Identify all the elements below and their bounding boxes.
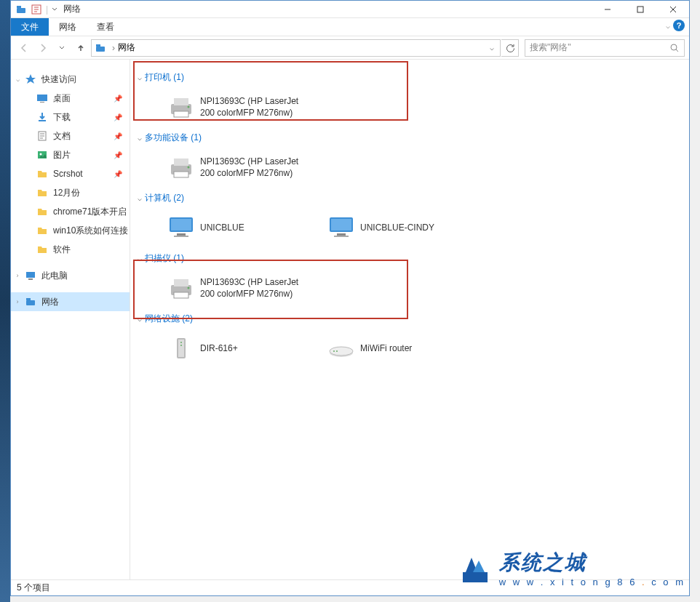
device-line2: 200 colorMFP M276nw) xyxy=(200,107,298,119)
nav-label: 图片 xyxy=(53,149,71,161)
group-infrastructure[interactable]: ⌵ 网络设施 (2) xyxy=(138,313,685,325)
app-icon xyxy=(15,4,27,15)
quick-access-icon xyxy=(24,73,37,85)
back-button[interactable] xyxy=(15,39,33,57)
computer-icon xyxy=(324,210,359,245)
device-line1: UNICBLUE xyxy=(200,222,244,233)
minimize-button[interactable] xyxy=(591,1,624,18)
chevron-down-icon: ⌵ xyxy=(138,73,142,81)
nav-label: 12月份 xyxy=(53,187,80,199)
device-computer[interactable]: UNICBLUE-CINDY xyxy=(321,207,481,248)
tab-view[interactable]: 查看 xyxy=(87,18,124,36)
printer-icon xyxy=(164,89,199,124)
nav-label: 下载 xyxy=(53,111,71,124)
svg-rect-27 xyxy=(177,233,186,236)
svg-rect-31 xyxy=(337,233,346,236)
svg-rect-4 xyxy=(96,47,105,52)
router-icon xyxy=(164,331,199,366)
svg-point-43 xyxy=(333,350,335,352)
folder-icon xyxy=(36,225,49,236)
properties-icon[interactable] xyxy=(31,4,42,15)
address-bar[interactable]: › 网络 ⌵ xyxy=(91,39,501,57)
device-scanner[interactable]: NPI13693C (HP LaserJet 200 colorMFP M276… xyxy=(161,268,350,308)
printer-icon xyxy=(164,270,199,305)
nav-this-pc[interactable]: › 此电脑 xyxy=(11,266,130,285)
nav-win10[interactable]: win10系统如何连接 xyxy=(11,221,130,240)
svg-rect-8 xyxy=(40,102,44,103)
device-computer[interactable]: UNICBLUE xyxy=(161,207,321,248)
qat-dropdown-icon[interactable] xyxy=(52,4,57,15)
address-dropdown-icon[interactable]: ⌵ xyxy=(487,44,497,52)
forward-button[interactable] xyxy=(34,39,52,57)
nav-network[interactable]: › 网络 xyxy=(11,292,130,311)
folder-icon xyxy=(36,244,49,255)
device-line2: 200 colorMFP M276nw) xyxy=(200,167,298,179)
svg-rect-32 xyxy=(334,236,349,237)
svg-rect-1 xyxy=(17,6,21,8)
refresh-button[interactable] xyxy=(501,39,519,57)
ribbon-collapse-icon[interactable]: ⌵ xyxy=(666,22,670,30)
device-printer[interactable]: NPI13693C (HP LaserJet 200 colorMFP M276… xyxy=(161,87,350,127)
device-line1: DIR-616+ xyxy=(200,342,238,354)
svg-rect-19 xyxy=(174,111,188,117)
svg-rect-7 xyxy=(37,95,47,101)
titlebar: | 网络 xyxy=(11,1,689,18)
help-icon[interactable]: ? xyxy=(673,20,685,31)
group-multifunction[interactable]: ⌵ 多功能设备 (1) xyxy=(138,132,685,144)
breadcrumb-root[interactable]: 网络 xyxy=(118,41,135,54)
group-scanners[interactable]: ⌵ 扫描仪 (1) xyxy=(138,252,685,265)
pin-icon: 📌 xyxy=(114,132,122,140)
nav-pictures[interactable]: 图片 📌 xyxy=(11,145,130,164)
device-line1: NPI13693C (HP LaserJet xyxy=(200,156,298,167)
svg-rect-0 xyxy=(17,8,25,13)
chevron-right-icon[interactable]: › xyxy=(14,298,21,305)
tab-network[interactable]: 网络 xyxy=(49,18,87,36)
device-line1: UNICBLUE-CINDY xyxy=(360,222,434,233)
network-icon xyxy=(95,42,106,54)
device-router[interactable]: MiWiFi router xyxy=(321,328,481,369)
nav-quick-access[interactable]: ⌵ 快速访问 xyxy=(11,70,130,89)
device-line1: NPI13693C (HP LaserJet xyxy=(200,95,298,107)
svg-point-40 xyxy=(180,345,182,346)
svg-rect-15 xyxy=(26,300,35,305)
maximize-button[interactable] xyxy=(624,1,656,18)
group-printers[interactable]: ⌵ 打印机 (1) xyxy=(138,71,685,84)
group-title: 打印机 (1) xyxy=(145,71,184,84)
router-icon xyxy=(324,331,359,366)
svg-rect-35 xyxy=(174,292,188,298)
nav-chrome71[interactable]: chrome71版本开启 xyxy=(11,202,130,221)
nav-downloads[interactable]: 下载 📌 xyxy=(11,108,130,127)
group-computers[interactable]: ⌵ 计算机 (2) xyxy=(138,192,685,204)
search-placeholder: 搜索"网络" xyxy=(530,41,571,54)
device-multifunction[interactable]: NPI13693C (HP LaserJet 200 colorMFP M276… xyxy=(161,147,350,188)
svg-point-44 xyxy=(336,350,338,352)
nav-label: 软件 xyxy=(53,244,71,256)
recent-dropdown[interactable] xyxy=(53,39,71,57)
group-title: 扫描仪 (1) xyxy=(145,252,184,265)
nav-desktop[interactable]: 桌面 📌 xyxy=(11,89,130,108)
pin-icon: 📌 xyxy=(114,151,122,159)
nav-scrshot[interactable]: Scrshot 📌 xyxy=(11,164,130,183)
nav-december[interactable]: 12月份 xyxy=(11,183,130,202)
content-pane[interactable]: ⌵ 打印机 (1) NPI13693C (HP LaserJet 200 col… xyxy=(130,60,689,579)
chevron-right-icon[interactable]: › xyxy=(14,272,21,279)
tab-file[interactable]: 文件 xyxy=(11,18,49,36)
svg-rect-5 xyxy=(96,44,100,47)
nav-label: win10系统如何连接 xyxy=(53,225,128,237)
search-input[interactable]: 搜索"网络" xyxy=(525,39,685,57)
nav-label: 此电脑 xyxy=(41,270,68,282)
pin-icon: 📌 xyxy=(114,113,122,121)
svg-rect-45 xyxy=(463,572,488,582)
group-title: 计算机 (2) xyxy=(145,192,184,204)
svg-rect-3 xyxy=(637,7,643,12)
nav-label: chrome71版本开启 xyxy=(53,206,127,218)
up-button[interactable] xyxy=(72,39,90,57)
nav-documents[interactable]: 文档 📌 xyxy=(11,127,130,145)
nav-label: 快速访问 xyxy=(41,73,76,86)
downloads-icon xyxy=(36,111,49,123)
chevron-down-icon[interactable]: ⌵ xyxy=(14,76,21,83)
nav-software[interactable]: 软件 xyxy=(11,240,130,259)
device-router[interactable]: DIR-616+ xyxy=(161,328,321,369)
close-button[interactable] xyxy=(656,1,689,18)
network-icon xyxy=(24,296,37,308)
